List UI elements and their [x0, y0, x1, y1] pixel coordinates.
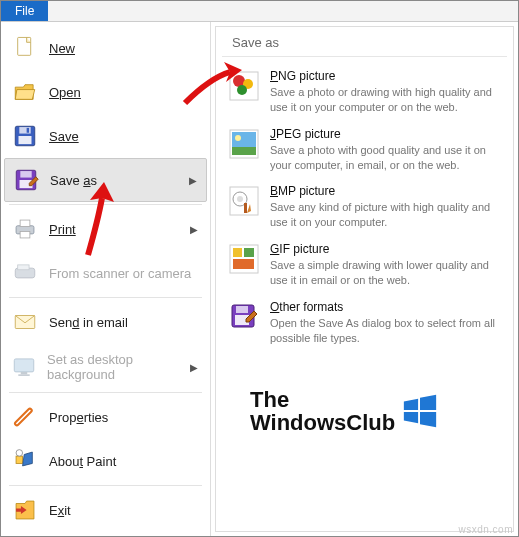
- menu-desktop-bg: Set as desktop background ▶: [1, 344, 210, 390]
- new-icon: [11, 34, 39, 62]
- bmp-icon: [228, 184, 260, 218]
- menu-label: Open: [49, 85, 81, 100]
- gif-icon: [228, 242, 260, 276]
- menu-properties[interactable]: Properties: [1, 395, 210, 439]
- option-gif[interactable]: GIF picture Save a simple drawing with l…: [224, 236, 505, 294]
- option-other[interactable]: Other formats Open the Save As dialog bo…: [224, 294, 505, 352]
- exit-icon: [11, 496, 39, 524]
- save-icon: [11, 122, 39, 150]
- separator: [9, 485, 202, 486]
- svg-rect-6: [20, 171, 31, 178]
- ribbon-tabs: File: [1, 1, 518, 22]
- jpeg-icon: [228, 127, 260, 161]
- menu-label: Exit: [49, 503, 71, 518]
- menu-label: About Paint: [49, 454, 116, 469]
- save-as-icon: [12, 166, 40, 194]
- svg-rect-16: [18, 374, 29, 376]
- menu-label: Save: [49, 129, 79, 144]
- menu-about[interactable]: About Paint: [1, 439, 210, 483]
- menu-body: New Open Save Save as ▶: [1, 22, 518, 536]
- svg-rect-25: [232, 147, 256, 155]
- option-title: Other formats: [270, 300, 501, 314]
- svg-rect-17: [16, 456, 23, 463]
- menu-open[interactable]: Open: [1, 70, 210, 114]
- annotation-arrow: [78, 180, 128, 260]
- option-jpeg[interactable]: JPEG picture Save a photo with good qual…: [224, 121, 505, 179]
- menu-label: From scanner or camera: [49, 266, 191, 281]
- menu-label: Send in email: [49, 315, 128, 330]
- svg-rect-3: [19, 136, 32, 144]
- option-desc: Save a photo with good quality and use i…: [270, 143, 501, 173]
- option-png[interactable]: PNG picture Save a photo or drawing with…: [224, 63, 505, 121]
- save-as-panel: Save as PNG picture Save a photo or draw…: [215, 26, 514, 532]
- option-title: JPEG picture: [270, 127, 501, 141]
- menu-send-email[interactable]: Send in email: [1, 300, 210, 344]
- svg-rect-30: [244, 203, 247, 213]
- svg-rect-32: [233, 248, 242, 257]
- save-as-options: PNG picture Save a photo or drawing with…: [216, 57, 513, 357]
- chevron-right-icon: ▶: [190, 362, 200, 373]
- annotation-arrow: [180, 58, 250, 108]
- option-desc: Save a simple drawing with lower quality…: [270, 258, 501, 288]
- file-menu-window: File New Open Save: [0, 0, 519, 537]
- file-tab[interactable]: File: [1, 1, 48, 21]
- svg-point-29: [237, 196, 243, 202]
- menu-label: New: [49, 41, 75, 56]
- option-bmp[interactable]: BMP picture Save any kind of picture wit…: [224, 178, 505, 236]
- watermark-logo: TheWindowsClub: [250, 388, 480, 434]
- option-desc: Save a photo or drawing with high qualit…: [270, 85, 501, 115]
- separator: [9, 392, 202, 393]
- source-watermark: wsxdn.com: [458, 524, 513, 535]
- scanner-icon: [11, 259, 39, 287]
- svg-rect-9: [20, 220, 30, 227]
- email-icon: [11, 308, 39, 336]
- properties-icon: [11, 403, 39, 431]
- option-title: GIF picture: [270, 242, 501, 256]
- svg-rect-36: [236, 306, 248, 313]
- option-desc: Open the Save As dialog box to select fr…: [270, 316, 501, 346]
- open-icon: [11, 78, 39, 106]
- svg-rect-14: [14, 359, 34, 372]
- svg-rect-34: [233, 259, 254, 269]
- svg-point-26: [235, 135, 241, 141]
- menu-label: Print: [49, 222, 76, 237]
- svg-rect-12: [18, 265, 29, 270]
- menu-label: Set as desktop background: [47, 352, 180, 382]
- windows-logo-icon: [401, 392, 439, 430]
- menu-save[interactable]: Save: [1, 114, 210, 158]
- menu-label: Properties: [49, 410, 108, 425]
- desktop-icon: [11, 353, 37, 381]
- about-icon: [11, 447, 39, 475]
- panel-header: Save as: [222, 27, 507, 57]
- chevron-right-icon: ▶: [190, 224, 200, 235]
- option-title: BMP picture: [270, 184, 501, 198]
- print-icon: [11, 215, 39, 243]
- separator: [9, 297, 202, 298]
- svg-point-18: [16, 450, 23, 457]
- menu-exit[interactable]: Exit: [1, 488, 210, 532]
- svg-rect-4: [27, 128, 29, 133]
- other-formats-icon: [228, 300, 260, 334]
- svg-rect-15: [21, 372, 28, 374]
- svg-rect-33: [244, 248, 254, 257]
- option-desc: Save any kind of picture with high quali…: [270, 200, 501, 230]
- menu-new[interactable]: New: [1, 26, 210, 70]
- logo-text: TheWindowsClub: [250, 388, 395, 434]
- chevron-right-icon: ▶: [189, 175, 199, 186]
- option-title: PNG picture: [270, 69, 501, 83]
- svg-rect-10: [20, 231, 30, 238]
